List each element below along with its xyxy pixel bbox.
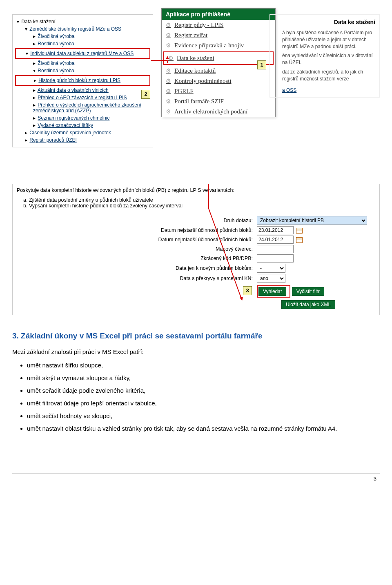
list-item: Zjištění data poslední změny u půdních b…: [29, 197, 375, 203]
tree-item[interactable]: ▸ Aktuální data o vlastních vinicích: [17, 87, 149, 94]
list-item: umět nastavit oblast tisku a vzhled strá…: [27, 424, 380, 433]
menu-item[interactable]: ⚙PGRLF: [162, 86, 275, 96]
label-kn: Data s překryvy s parcelami KN:: [180, 276, 253, 281]
page-footer: 3: [12, 474, 380, 483]
tree-item[interactable]: ▸ Vydané označovací štítky: [17, 122, 149, 129]
menu-item[interactable]: ⚙Registr zvířat: [162, 30, 275, 40]
main-form-panel: Poskytuje data kompletní historie evidov…: [12, 184, 380, 315]
right-title: Data ke stažení: [282, 19, 375, 25]
list-item: umět nastavit šířku sloupce,: [27, 361, 380, 369]
page-number: 3: [374, 476, 376, 482]
input-date-to[interactable]: [257, 236, 294, 244]
button-row-1: 3 Vyhledat Vyčistit filtr: [17, 285, 375, 298]
document-body: 3. Základní úkony v MS Excel při práci s…: [12, 331, 380, 433]
list-item: umět sečíst hodnoty ve sloupci,: [27, 412, 380, 420]
form-row: Datum nejstarší účinnosti půdních bloků:: [17, 226, 375, 234]
right-text: á byla spuštěna současně s Portálem pro …: [282, 29, 375, 50]
tree-item[interactable]: ▸ Živočišná výroba: [17, 60, 149, 67]
list-item: umět filtrovat údaje pro lepší orientaci…: [27, 399, 380, 407]
right-link[interactable]: a OSS: [282, 87, 375, 93]
menu-item-data[interactable]: ⚙Data ke stažení: [166, 53, 271, 63]
variant-list: Zjištění data poslední změny u půdních b…: [29, 197, 375, 209]
button-row-2: Uložit data jako XML: [17, 300, 375, 309]
gear-icon: ⚙: [166, 22, 171, 29]
clear-button[interactable]: Vyčistit filtr: [292, 287, 324, 296]
search-button[interactable]: Vyhledat: [258, 287, 286, 296]
highlight-box-1: ▾ Individuální data subjektu z registrů …: [15, 48, 150, 59]
highlight-search: Vyhledat: [257, 285, 290, 298]
section-heading: 3. Základní úkony v MS Excel při práci s…: [12, 331, 380, 340]
right-text: ěna vyhledávání v číselnících a v ditová…: [282, 52, 375, 66]
highlight-box-2: ▸ Historie půdních bloků z registru LPIS: [15, 75, 150, 86]
label-code: Zkrácený kód PB/DPB:: [200, 256, 253, 261]
gear-icon: ⚙: [166, 108, 171, 115]
callout-2: 2: [141, 90, 150, 99]
gear-icon: ⚙: [166, 78, 171, 85]
list-item: Vypsání kompletní historie půdních bloků…: [29, 203, 375, 209]
tree-item[interactable]: ▸ Rostlinná výroba: [17, 40, 149, 47]
right-info-panel: Data ke stažení á byla spuštěna současně…: [270, 14, 380, 98]
gear-icon: ⚙: [166, 32, 171, 39]
menu-item[interactable]: ⚙Portál farmáře SZIF: [162, 96, 275, 107]
tree-item[interactable]: ▸ Seznam registrovaných chmelnic: [17, 114, 149, 122]
intro-text: Poskytuje data kompletní historie evidov…: [17, 187, 375, 193]
label-druh: Druh dotazu:: [223, 218, 253, 223]
form-row: Zkrácený kód PB/DPB:: [17, 254, 375, 262]
xml-button[interactable]: Uložit data jako XML: [281, 300, 335, 309]
tree-item[interactable]: ▸ Historie půdních bloků z registru LPIS: [18, 77, 148, 84]
select-kn[interactable]: ano: [257, 274, 285, 283]
gear-icon: ⚙: [166, 67, 171, 74]
gear-icon: ⚙: [166, 88, 171, 95]
label-to: Datum nejmladší účinnosti půdních bloků:: [158, 237, 253, 242]
calendar-icon[interactable]: [296, 228, 303, 234]
tree-item[interactable]: ▸ Živočišná výroba: [17, 33, 149, 40]
callout-1: 1: [257, 60, 266, 69]
gear-icon: ⚙: [168, 55, 174, 62]
form-row: Data s překryvy s parcelami KN: ano: [17, 274, 375, 283]
input-code[interactable]: [257, 254, 294, 262]
paragraph: Mezi základní znalosti při práci v MS Ex…: [12, 348, 380, 355]
list-item: umět seřadit údaje podle zvoleného krité…: [27, 386, 380, 395]
select-new[interactable]: -: [257, 264, 285, 273]
input-date-from[interactable]: [257, 226, 294, 234]
form-row: Druh dotazu: Zobrazit kompletní historii…: [17, 216, 375, 225]
select-druh[interactable]: Zobrazit kompletní historii PB: [257, 216, 367, 225]
gear-icon: ⚙: [166, 98, 171, 105]
right-text: dat ze základních registrů, a to jak ch …: [282, 69, 375, 82]
tree-item[interactable]: ▾ Individuální data subjektu z registrů …: [18, 50, 148, 57]
label-from: Datum nejstarší účinnosti půdních bloků:: [161, 227, 253, 233]
label-new: Data jen k novým půdním blokům:: [176, 265, 253, 271]
tree-item[interactable]: ▾ Rostlinná výroba: [17, 67, 149, 74]
bullet-list: umět nastavit šířku sloupce, umět skrýt …: [12, 361, 380, 433]
tree-item[interactable]: ▸ Přehled o AEO závazcích v registru LPI…: [17, 94, 149, 101]
form-row: Data jen k novým půdním blokům: -: [17, 264, 375, 273]
left-tree-panel: ▾ Data ke stažení ▾ Zemědělské číselníky…: [12, 14, 153, 147]
label-map: Mapový čtverec:: [216, 246, 253, 252]
menu-item[interactable]: ⚙Kontroly podmíněnosti: [162, 76, 275, 86]
callout-3: 3: [243, 286, 252, 295]
tree-item[interactable]: ▸ Přehled o výsledcích agrochemického zk…: [17, 101, 149, 114]
tree-item[interactable]: ▸ Číselníky územně správních jednotek: [17, 129, 149, 136]
tree-item[interactable]: ▾ Zemědělské číselníky registrů MZe a OS…: [17, 25, 149, 33]
tree-item[interactable]: ▸ Registr poradců ÚZEI: [17, 136, 149, 144]
form-row: Mapový čtverec:: [17, 245, 375, 253]
list-item: umět skrýt a vymazat sloupce a řádky,: [27, 374, 380, 382]
menu-item[interactable]: ⚙Registr půdy - LPIS: [162, 20, 275, 30]
menu-item[interactable]: ⚙Evidence přípravků a hnojiv: [162, 40, 275, 51]
gear-icon: ⚙: [166, 42, 171, 49]
form-row: Datum nejmladší účinnosti půdních bloků:: [17, 236, 375, 244]
tree-item[interactable]: ▾ Data ke stažení: [17, 18, 149, 25]
menu-item[interactable]: ⚙Archiv elektronických podání: [162, 107, 275, 117]
input-map[interactable]: [257, 245, 294, 253]
popup-title: Aplikace pro přihlášené: [162, 9, 275, 20]
top-composite: ▾ Data ke stažení ▾ Zemědělské číselníky…: [12, 8, 380, 184]
calendar-icon[interactable]: [296, 237, 303, 243]
